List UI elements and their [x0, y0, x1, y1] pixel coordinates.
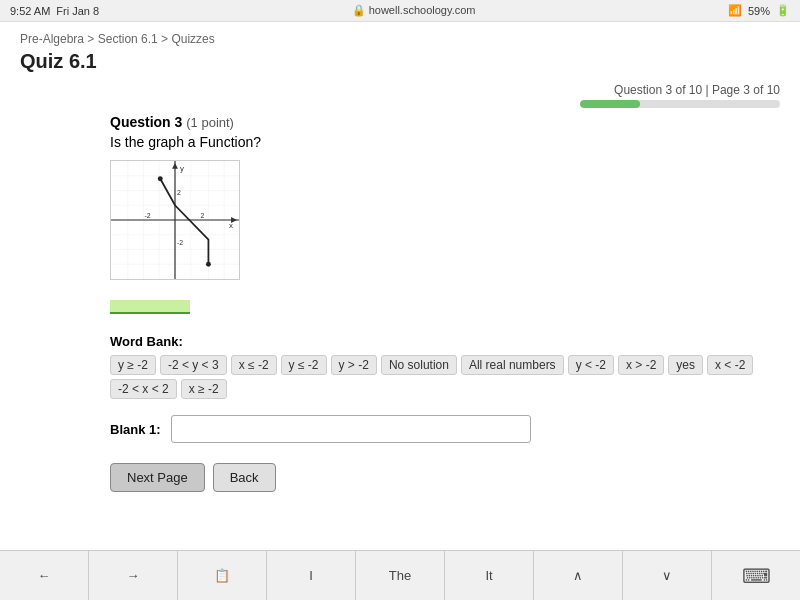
- question-number: 3: [175, 114, 183, 130]
- lock-icon: 🔒: [352, 4, 366, 16]
- progress-section: Question 3 of 10 | Page 3 of 10: [20, 83, 780, 108]
- progress-label: Question 3 of 10 | Page 3 of 10: [614, 83, 780, 97]
- word-bank-item[interactable]: x < -2: [707, 355, 753, 375]
- down-arrow-icon: ∨: [662, 568, 672, 583]
- nav-back-button[interactable]: ←: [0, 551, 89, 600]
- word-bank-item[interactable]: x ≤ -2: [231, 355, 277, 375]
- word-bank-label: Word Bank:: [110, 334, 780, 349]
- svg-text:2: 2: [201, 212, 205, 219]
- word-bank-item[interactable]: -2 < x < 2: [110, 379, 177, 399]
- word-bank-section: Word Bank: y ≥ -2-2 < y < 3x ≤ -2y ≤ -2y…: [110, 334, 780, 399]
- word-bank-item[interactable]: y > -2: [331, 355, 377, 375]
- svg-point-24: [158, 176, 163, 181]
- quiz-title: Quiz 6.1: [20, 50, 780, 73]
- bottom-nav: ← → 📋 I The It ∧ ∨ ⌨: [0, 550, 800, 600]
- graph-area: y x 2 -2 2 -2: [110, 160, 240, 280]
- progress-bar: [580, 100, 780, 108]
- blank-section: Blank 1:: [110, 415, 780, 443]
- word-bank-item[interactable]: yes: [668, 355, 703, 375]
- word-bank-item[interactable]: No solution: [381, 355, 457, 375]
- word-i-label: I: [309, 568, 313, 583]
- nav-clipboard-button[interactable]: 📋: [178, 551, 267, 600]
- question-points: (1 point): [186, 115, 234, 130]
- word-bank-item[interactable]: -2 < y < 3: [160, 355, 227, 375]
- blank-label: Blank 1:: [110, 422, 161, 437]
- battery-icon: 🔋: [776, 4, 790, 17]
- battery-text: 59%: [748, 5, 770, 17]
- back-button[interactable]: Back: [213, 463, 276, 492]
- svg-text:y: y: [180, 164, 184, 173]
- svg-text:-2: -2: [144, 212, 150, 219]
- word-bank-item[interactable]: y < -2: [568, 355, 614, 375]
- nav-word-the[interactable]: The: [356, 551, 445, 600]
- keyboard-icon: ⌨: [742, 564, 771, 588]
- next-page-button[interactable]: Next Page: [110, 463, 205, 492]
- svg-text:x: x: [229, 221, 233, 230]
- forward-arrow-icon: →: [127, 568, 140, 583]
- word-bank-item[interactable]: y ≤ -2: [281, 355, 327, 375]
- progress-bar-fill: [580, 100, 640, 108]
- nav-word-it[interactable]: It: [445, 551, 534, 600]
- question-text: Is the graph a Function?: [110, 134, 780, 150]
- day: Fri Jan 8: [56, 5, 99, 17]
- svg-text:-2: -2: [177, 239, 183, 246]
- question-header: Question 3 (1 point): [110, 114, 780, 130]
- blank-input[interactable]: [171, 415, 531, 443]
- svg-point-25: [206, 262, 211, 267]
- word-bank-item[interactable]: x > -2: [618, 355, 664, 375]
- nav-word-i[interactable]: I: [267, 551, 356, 600]
- back-arrow-icon: ←: [38, 568, 51, 583]
- clipboard-icon: 📋: [214, 568, 230, 583]
- wifi-icon: 📶: [728, 4, 742, 17]
- nav-up-arrow[interactable]: ∧: [534, 551, 623, 600]
- status-bar: 9:52 AM Fri Jan 8 🔒 howell.schoology.com…: [0, 0, 800, 22]
- breadcrumb: Pre-Algebra > Section 6.1 > Quizzes: [20, 32, 780, 46]
- word-bank-item[interactable]: x ≥ -2: [181, 379, 227, 399]
- nav-down-arrow[interactable]: ∨: [623, 551, 712, 600]
- svg-text:2: 2: [177, 189, 181, 196]
- button-row: Next Page Back: [110, 463, 780, 492]
- svg-marker-16: [172, 163, 178, 169]
- answer-highlight: [110, 300, 190, 314]
- url: howell.schoology.com: [369, 4, 476, 16]
- word-bank-item[interactable]: y ≥ -2: [110, 355, 156, 375]
- nav-keyboard[interactable]: ⌨: [712, 551, 800, 600]
- word-it-label: It: [485, 568, 492, 583]
- word-the-label: The: [389, 568, 411, 583]
- nav-forward-button[interactable]: →: [89, 551, 178, 600]
- word-bank-item[interactable]: All real numbers: [461, 355, 564, 375]
- time: 9:52 AM: [10, 5, 50, 17]
- word-bank-items: y ≥ -2-2 < y < 3x ≤ -2y ≤ -2y > -2No sol…: [110, 355, 780, 399]
- up-arrow-icon: ∧: [573, 568, 583, 583]
- main-content: Pre-Algebra > Section 6.1 > Quizzes Quiz…: [0, 22, 800, 550]
